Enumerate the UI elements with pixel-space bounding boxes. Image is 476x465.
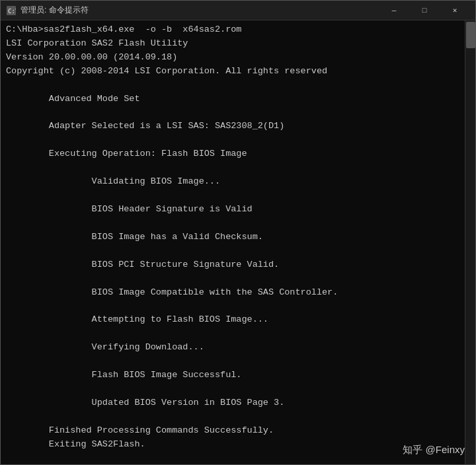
window-controls: — □ ✕ [379, 1, 470, 20]
watermark: 知乎 @Feinxy [403, 444, 465, 456]
title-bar: C:\ 管理员: 命令提示符 — □ ✕ [1, 1, 475, 20]
close-button[interactable]: ✕ [440, 1, 470, 20]
window-title: 管理员: 命令提示符 [20, 5, 379, 16]
scrollbar[interactable] [465, 20, 475, 464]
svg-text:C:\: C:\ [8, 8, 16, 15]
scrollbar-thumb[interactable] [466, 22, 475, 48]
terminal-body: C:\Hba>sas2flash_x64.exe -o -b x64sas2.r… [1, 20, 475, 464]
maximize-button[interactable]: □ [409, 1, 440, 20]
terminal-icon: C:\ [6, 5, 17, 16]
window: C:\ 管理员: 命令提示符 — □ ✕ C:\Hba>sas2flash_x6… [0, 0, 476, 465]
minimize-button[interactable]: — [379, 1, 409, 20]
terminal-output: C:\Hba>sas2flash_x64.exe -o -b x64sas2.r… [6, 23, 470, 464]
